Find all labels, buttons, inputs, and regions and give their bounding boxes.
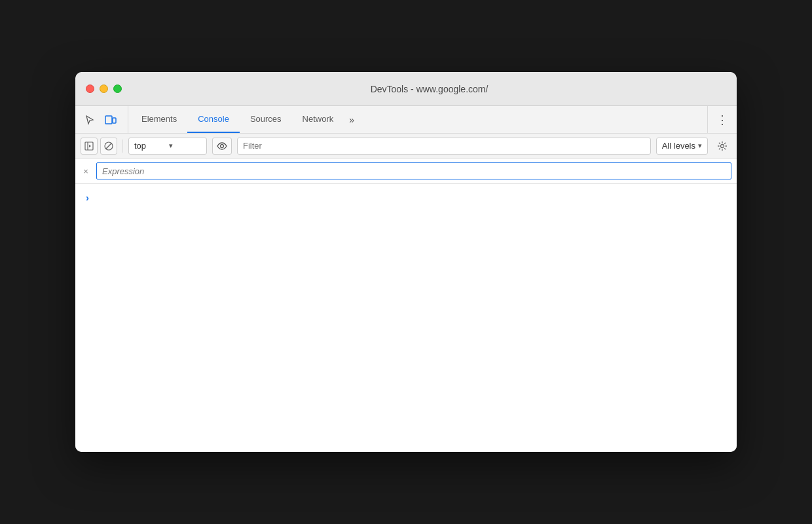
close-button[interactable]	[86, 84, 94, 93]
console-prompt: ›	[86, 192, 726, 203]
settings-button[interactable]	[713, 138, 731, 155]
svg-marker-4	[89, 145, 91, 147]
tab-sources[interactable]: Sources	[240, 106, 292, 133]
prompt-chevron-icon: ›	[86, 192, 89, 203]
expression-row: ×	[75, 159, 737, 184]
tab-bar-icons	[81, 106, 128, 133]
close-expression-button[interactable]: ×	[81, 166, 91, 176]
live-expressions-button[interactable]	[212, 138, 232, 155]
levels-dropdown-arrow-icon: ▾	[698, 141, 702, 150]
cursor-icon-button[interactable]	[81, 111, 99, 129]
devtools-window: DevTools - www.google.com/ Elements Cons	[75, 72, 737, 452]
dropdown-arrow-icon: ▾	[169, 141, 201, 150]
context-selector[interactable]: top ▾	[128, 138, 207, 155]
kebab-menu-button[interactable]: ⋮	[713, 111, 731, 129]
svg-rect-1	[113, 118, 116, 123]
tabs: Elements Console Sources Network »	[131, 106, 707, 133]
tab-console[interactable]: Console	[187, 106, 240, 133]
tab-bar-right: ⋮	[707, 106, 731, 133]
console-toolbar: top ▾ All levels ▾	[75, 134, 737, 159]
tab-network[interactable]: Network	[292, 106, 344, 133]
more-tabs-button[interactable]: »	[344, 106, 360, 133]
tab-bar: Elements Console Sources Network » ⋮	[75, 106, 737, 134]
traffic-lights	[86, 84, 122, 93]
svg-line-6	[106, 143, 111, 149]
sidebar-toggle-button[interactable]	[81, 138, 98, 155]
toolbar-separator	[122, 140, 123, 153]
expression-input[interactable]	[96, 162, 731, 179]
filter-input[interactable]	[237, 138, 651, 155]
svg-point-8	[721, 144, 724, 147]
console-area[interactable]: ›	[75, 184, 737, 452]
svg-point-7	[221, 144, 224, 147]
clear-console-button[interactable]	[100, 138, 117, 155]
minimize-button[interactable]	[100, 84, 108, 93]
log-levels-selector[interactable]: All levels ▾	[656, 138, 708, 155]
title-bar: DevTools - www.google.com/	[75, 72, 737, 106]
device-mode-button[interactable]	[101, 111, 120, 129]
maximize-button[interactable]	[113, 84, 122, 93]
svg-rect-0	[105, 116, 112, 124]
window-title: DevTools - www.google.com/	[132, 84, 726, 94]
tab-elements[interactable]: Elements	[131, 106, 187, 133]
